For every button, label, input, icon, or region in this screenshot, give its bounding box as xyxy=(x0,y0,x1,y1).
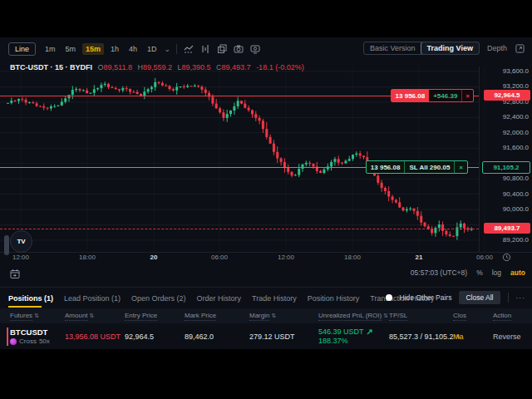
position-amount: 13 956.08 xyxy=(392,90,430,101)
sort-icon[interactable]: ⇅ xyxy=(90,313,95,319)
entry-price-axis-badge: 92,964.5 xyxy=(484,90,530,101)
leverage[interactable]: 50x xyxy=(39,337,50,346)
go-to-date-icon[interactable] xyxy=(10,268,21,279)
pnl-value: 546.39 USDT xyxy=(318,328,364,337)
tpsl-cell: 85,527.3 / 91,105.2 ✎ xyxy=(389,332,453,341)
roi-value: 188.37% xyxy=(318,337,389,346)
tradingview-logo[interactable]: TV xyxy=(10,230,32,253)
price-tick-label: 89,200.0 xyxy=(503,236,529,244)
header-clos: Clos xyxy=(453,312,493,321)
time-tick-label: 18:00 xyxy=(340,254,365,261)
cancel-sl-icon[interactable]: × xyxy=(454,161,467,173)
price-tick-label: 92,000.0 xyxy=(503,129,529,136)
entry-price-cell: 92,964.5 xyxy=(125,332,185,341)
panel-tabs-right: Hide Other Pairs Close All ··· xyxy=(386,291,525,304)
futures-cell: BTCUSDT Cross 50x xyxy=(10,328,65,346)
sl-amount: 13 956.08 xyxy=(367,161,405,173)
position-row: BTCUSDT Cross 50x 13,956.08 USDT 92,964.… xyxy=(0,325,532,348)
mark-price-cell: 89,462.0 xyxy=(185,332,249,341)
share-pnl-icon[interactable] xyxy=(367,328,373,335)
more-options-button[interactable]: ··· xyxy=(516,293,526,302)
header-entry-price: Entry Price xyxy=(125,312,185,321)
auto-scale-button[interactable]: auto xyxy=(510,268,525,277)
entry-position-badge[interactable]: 13 956.08 +546.39 × xyxy=(391,89,474,102)
sort-icon[interactable]: ⇅ xyxy=(34,313,39,319)
time-tick-label: 06:00 xyxy=(207,254,232,261)
time-tick-label: 12:00 xyxy=(8,254,33,261)
drawing-toolbar-handle[interactable] xyxy=(4,235,9,255)
header-unrealized-pnl-roi[interactable]: Unrealized PnL (ROI)⇅ xyxy=(318,312,389,321)
price-tick-label: 92,400.0 xyxy=(503,113,529,121)
tab-trade-history[interactable]: Trade History xyxy=(252,289,297,308)
position-symbol[interactable]: BTCUSDT xyxy=(10,328,65,337)
clock: 05:57:03 (UTC+8) xyxy=(411,268,467,277)
header-action: Action xyxy=(493,312,532,321)
tab-lead-position-1[interactable]: Lead Position (1) xyxy=(64,289,121,308)
close-position-icon[interactable]: × xyxy=(461,90,473,101)
price-tick-label: 91,600.0 xyxy=(503,144,529,151)
trading-terminal: Line 1m5m15m1h4h1D ⌄ Basic Version Tradi… xyxy=(0,37,532,349)
amount-cell: 13,956.08 USDT xyxy=(65,332,125,341)
header-futures[interactable]: Futures⇅ xyxy=(10,312,65,321)
tab-positions-1[interactable]: Positions (1) xyxy=(8,289,53,308)
price-tick-label: 90,800.0 xyxy=(503,175,529,182)
header-amount[interactable]: Amount⇅ xyxy=(65,312,125,321)
price-tick-label: 93,200.0 xyxy=(503,82,529,90)
stop-loss-axis-badge: 91,105.2 xyxy=(482,161,530,174)
time-tick-label: 12:00 xyxy=(273,254,298,261)
last-price-line xyxy=(0,229,479,229)
tab-order-history[interactable]: Order History xyxy=(197,289,242,308)
time-tick-label: 21 xyxy=(406,254,431,261)
margin-cell: 279.12 USDT xyxy=(249,332,318,341)
price-tick-label: 90,000.0 xyxy=(503,205,529,213)
percent-scale-button[interactable]: % xyxy=(476,268,483,277)
stop-loss-badge[interactable]: 13 956.08 SL All 290.05 × xyxy=(366,160,468,174)
pnl-cell: 546.39 USDT 188.37% xyxy=(318,328,389,347)
bydfi-coin-icon xyxy=(10,338,17,345)
log-scale-button[interactable]: log xyxy=(492,268,501,277)
close-mode-button[interactable]: Ma xyxy=(453,332,493,341)
price-tick-label: 90,400.0 xyxy=(503,190,529,198)
header-mark-price: Mark Price xyxy=(185,312,249,321)
sort-icon[interactable]: ⇅ xyxy=(383,313,388,319)
time-tick-label: 06:00 xyxy=(472,254,497,261)
last-price-axis-badge: 89,493.7 xyxy=(484,223,530,234)
price-tick-label: 93,600.0 xyxy=(503,67,529,75)
header-margin[interactable]: Margin⇅ xyxy=(249,312,318,321)
margin-mode[interactable]: Cross xyxy=(19,337,37,346)
time-tick-label: 20 xyxy=(141,254,166,261)
header-tp-sl: TP/SL xyxy=(389,312,453,321)
hide-other-pairs-toggle[interactable] xyxy=(386,294,392,301)
close-all-button[interactable]: Close All xyxy=(459,291,500,304)
position-pnl: +546.39 xyxy=(429,90,461,101)
tab-position-history[interactable]: Position History xyxy=(308,289,360,308)
tpsl-value: 85,527.3 / 91,105.2 xyxy=(389,332,454,341)
axis-settings-row: 05:57:03 (UTC+8) % log auto xyxy=(0,267,532,282)
time-tick-label: 18:00 xyxy=(75,254,100,261)
reverse-button[interactable]: Reverse xyxy=(493,332,521,341)
timezone-icon[interactable] xyxy=(502,253,511,262)
tabs-divider xyxy=(508,293,509,303)
hide-other-pairs-label[interactable]: Hide Other Pairs xyxy=(400,293,452,302)
positions-table-header: Futures⇅Amount⇅Entry PriceMark PriceMarg… xyxy=(0,308,532,323)
sort-icon[interactable]: ⇅ xyxy=(271,313,276,319)
sl-all-label: SL All 290.05 xyxy=(404,161,454,173)
tab-open-orders-2[interactable]: Open Orders (2) xyxy=(131,289,186,308)
